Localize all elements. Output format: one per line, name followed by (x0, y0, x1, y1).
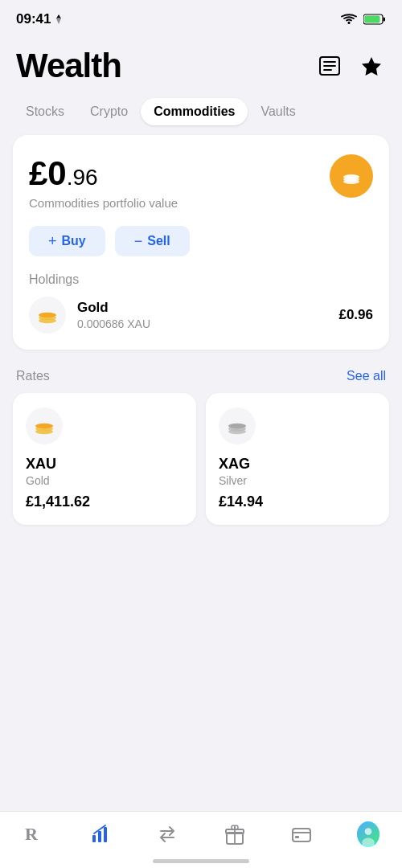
currency-symbol: £ (29, 154, 47, 192)
xag-icon (225, 417, 249, 435)
xag-name: Silver (219, 474, 376, 487)
holding-amount: 0.000686 XAU (77, 317, 327, 330)
xau-name: Gold (26, 474, 183, 487)
tabs-container: Stocks Crypto Commodities Vaults (0, 95, 402, 135)
holding-info: Gold 0.000686 XAU (77, 300, 327, 330)
holding-name: Gold (77, 300, 327, 316)
rate-card-xau[interactable]: XAU Gold £1,411.62 (13, 393, 196, 525)
svg-rect-26 (104, 827, 107, 842)
menu-icon (318, 55, 341, 77)
status-icons (341, 14, 386, 25)
nav-home[interactable]: R (13, 820, 55, 849)
page-title: Wealth (16, 47, 121, 85)
status-bar: 09:41 (0, 0, 402, 34)
rate-card-xag[interactable]: XAG Silver £14.94 (206, 393, 389, 525)
buy-label: Buy (62, 234, 86, 248)
svg-rect-30 (293, 829, 310, 841)
portfolio-header: £0.96 Commodities portfolio value (29, 154, 373, 210)
holding-value: £0.96 (338, 307, 373, 323)
time-display: 09:41 (16, 11, 51, 27)
menu-button[interactable] (315, 51, 344, 80)
tab-commodities[interactable]: Commodities (141, 98, 248, 125)
analytics-icon (89, 823, 112, 845)
svg-point-19 (35, 424, 53, 428)
gift-icon (224, 823, 246, 845)
xag-ticker: XAG (219, 456, 376, 473)
rates-header: Rates See all (0, 362, 402, 393)
svg-point-16 (39, 313, 56, 317)
tab-vaults[interactable]: Vaults (248, 98, 308, 125)
svg-rect-32 (295, 836, 299, 838)
rate-cards: XAU Gold £1,411.62 XAG Silver £14.94 (0, 393, 402, 525)
xau-ticker: XAU (26, 456, 183, 473)
card-icon (290, 823, 313, 845)
svg-point-13 (343, 174, 359, 179)
page-header: Wealth (0, 34, 402, 95)
revolut-icon: R (23, 823, 45, 845)
tab-crypto[interactable]: Crypto (77, 98, 141, 125)
svg-rect-24 (92, 835, 96, 842)
rate-icon-silver (219, 407, 256, 444)
sell-label: Sell (147, 234, 170, 248)
holdings-title: Holdings (29, 272, 373, 287)
xau-price: £1,411.62 (26, 493, 183, 510)
holding-icon-gold (29, 297, 66, 334)
nav-analytics[interactable] (80, 820, 121, 849)
svg-marker-1 (56, 18, 61, 24)
gold-stacks-icon (341, 168, 362, 184)
battery-icon (363, 14, 386, 25)
portfolio-value-container: £0.96 Commodities portfolio value (29, 154, 178, 210)
decimal-value: .96 (67, 165, 98, 190)
svg-text:R: R (25, 824, 39, 844)
holding-row: Gold 0.000686 XAU £0.96 (29, 297, 373, 334)
rate-icon-gold (26, 407, 63, 444)
buy-button[interactable]: + Buy (29, 226, 105, 256)
nav-gift[interactable] (214, 820, 256, 849)
minus-icon: − (134, 234, 143, 248)
profile-icon (357, 823, 379, 845)
whole-value: 0 (47, 154, 66, 192)
sell-button[interactable]: − Sell (115, 226, 190, 256)
nav-card[interactable] (281, 820, 322, 849)
xau-icon (32, 417, 56, 435)
svg-point-34 (365, 828, 372, 835)
gold-holding-icon (35, 306, 59, 324)
see-all-button[interactable]: See all (347, 369, 386, 383)
svg-rect-25 (98, 831, 101, 842)
tab-stocks[interactable]: Stocks (13, 98, 77, 125)
favorites-button[interactable] (357, 51, 386, 80)
header-actions (315, 51, 386, 80)
svg-point-2 (348, 22, 351, 24)
svg-rect-5 (365, 16, 380, 23)
status-time: 09:41 (16, 11, 64, 27)
star-icon (360, 55, 383, 77)
avatar (357, 821, 379, 847)
gold-icon-circle (330, 154, 373, 198)
svg-marker-10 (362, 57, 381, 76)
portfolio-value: £0.96 (29, 154, 178, 193)
location-icon (54, 14, 64, 24)
wifi-icon (341, 14, 357, 25)
portfolio-label: Commodities portfolio value (29, 196, 178, 210)
action-buttons: + Buy − Sell (29, 226, 373, 256)
nav-profile[interactable] (347, 820, 389, 849)
plus-icon: + (48, 234, 57, 248)
rates-title: Rates (16, 369, 50, 383)
home-indicator (153, 859, 249, 863)
xag-price: £14.94 (219, 493, 376, 510)
transfer-icon (156, 823, 178, 845)
svg-rect-4 (384, 18, 386, 22)
svg-point-22 (228, 424, 246, 428)
nav-transfer[interactable] (146, 820, 188, 849)
portfolio-card: £0.96 Commodities portfolio value + Buy … (13, 135, 389, 350)
